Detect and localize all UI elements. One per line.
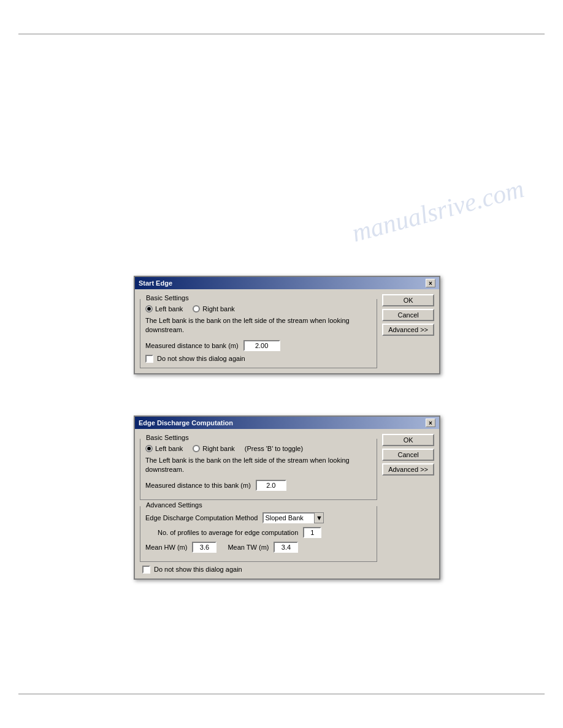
dialog1-checkbox-row: Do not show this dialog again xyxy=(145,355,372,363)
dialog2-radio-right[interactable]: Right bank xyxy=(193,445,235,452)
dialog1-radio-right-circle xyxy=(193,305,200,313)
dialog2-profiles-input[interactable] xyxy=(303,527,321,538)
page-container: manualsrive.com Start Edge × Basic Setti… xyxy=(0,0,563,728)
dialog1-distance-row: Measured distance to bank (m) xyxy=(145,340,372,351)
dialog2-cancel-button[interactable]: Cancel xyxy=(382,449,434,461)
dialog2-description: The Left bank is the bank on the left si… xyxy=(145,456,372,475)
top-rule xyxy=(18,34,545,34)
dialog2-basic-settings-label: Basic Settings xyxy=(144,434,191,441)
dialog1-checkbox-label: Do not show this dialog again xyxy=(157,355,245,362)
dialog1-description: The Left bank is the bank on the left si… xyxy=(145,316,372,335)
dialog2-radio-left[interactable]: Left bank xyxy=(145,445,183,452)
dialog1-checkbox[interactable] xyxy=(145,355,153,363)
dialog2-distance-input[interactable] xyxy=(256,480,286,491)
dialog2-radio-right-label: Right bank xyxy=(202,445,235,452)
dialog2-method-select[interactable]: Sloped Bank xyxy=(262,512,324,523)
dialog1-radio-left[interactable]: Left bank xyxy=(145,305,183,313)
dialog2-basic-settings-group: Basic Settings Left bank Right bank (Pre… xyxy=(140,439,377,500)
dialog2-left-panel: Basic Settings Left bank Right bank (Pre… xyxy=(140,434,377,574)
dialog2-method-label: Edge Discharge Computation Method xyxy=(145,514,258,521)
dialog2-profiles-label: No. of profiles to average for edge comp… xyxy=(158,529,298,536)
dialog-edge-discharge: Edge Discharge Computation × Basic Setti… xyxy=(134,415,440,580)
dialog2-mean-hw-input[interactable] xyxy=(192,542,216,553)
dialog1-close-button[interactable]: × xyxy=(426,279,435,287)
dialog2-titlebar: Edge Discharge Computation × xyxy=(135,417,439,429)
dialog2-checkbox-label: Do not show this dialog again xyxy=(154,566,242,573)
dialog2-distance-row: Measured distance to this bank (m) xyxy=(145,480,372,491)
dialog2-radio-right-circle xyxy=(193,445,200,452)
dialog1-basic-settings-label: Basic Settings xyxy=(144,294,191,301)
dialog1-radio-row: Left bank Right bank xyxy=(145,305,372,313)
dialog2-profiles-row: No. of profiles to average for edge comp… xyxy=(145,527,372,538)
dialog2-advanced-settings-label: Advanced Settings xyxy=(144,501,204,509)
dialog2-close-button[interactable]: × xyxy=(426,419,435,427)
dialog2-mean-hw-label: Mean HW (m) xyxy=(145,544,187,551)
dialog2-radio-left-label: Left bank xyxy=(155,445,183,452)
dialog-start-edge: Start Edge × Basic Settings Left bank xyxy=(134,276,440,374)
dialog2-advanced-button[interactable]: Advanced >> xyxy=(382,463,434,476)
dialog1-distance-input[interactable] xyxy=(243,340,280,351)
dialog1-title: Start Edge xyxy=(139,279,172,287)
dialog2-radio-left-circle xyxy=(145,445,153,452)
dialog1-left-panel: Basic Settings Left bank Right bank xyxy=(140,294,377,368)
dialog2-checkbox[interactable] xyxy=(142,566,150,574)
dialog2-method-select-wrapper: Sloped Bank ▼ xyxy=(262,512,324,523)
dialog2-method-row: Edge Discharge Computation Method Sloped… xyxy=(145,512,372,523)
dialog2-means-row: Mean HW (m) Mean TW (m) xyxy=(145,542,372,553)
dialog1-advanced-button[interactable]: Advanced >> xyxy=(382,324,434,336)
dialog1-cancel-button[interactable]: Cancel xyxy=(382,309,434,321)
dialog2-radio-row: Left bank Right bank (Press 'B' to toggl… xyxy=(145,445,372,452)
dialog1-body: Basic Settings Left bank Right bank xyxy=(135,289,439,373)
dialog1-radio-left-label: Left bank xyxy=(155,305,183,313)
dialog2-mean-tw-label: Mean TW (m) xyxy=(228,544,269,551)
dialog1-radio-left-circle xyxy=(145,305,153,313)
watermark: manualsrive.com xyxy=(349,174,527,248)
dialog1-ok-button[interactable]: OK xyxy=(382,294,434,306)
dialog2-title: Edge Discharge Computation xyxy=(139,419,233,427)
dialog2-press-b-label: (Press 'B' to toggle) xyxy=(245,445,303,452)
dialog2-body: Basic Settings Left bank Right bank (Pre… xyxy=(135,429,439,578)
dialog1-distance-label: Measured distance to bank (m) xyxy=(145,342,239,349)
dialog2-distance-label: Measured distance to this bank (m) xyxy=(145,482,251,489)
dialog2-right-panel: OK Cancel Advanced >> xyxy=(382,434,434,574)
dialog2-checkbox-row: Do not show this dialog again xyxy=(140,566,377,574)
bottom-rule xyxy=(18,694,545,694)
dialog2-advanced-settings-group: Advanced Settings Edge Discharge Computa… xyxy=(140,506,377,562)
dialog2-ok-button[interactable]: OK xyxy=(382,434,434,446)
dialog1-right-panel: OK Cancel Advanced >> xyxy=(382,294,434,368)
dialog1-titlebar: Start Edge × xyxy=(135,277,439,289)
dialog1-radio-right[interactable]: Right bank xyxy=(193,305,235,313)
dialog1-radio-right-label: Right bank xyxy=(202,305,235,313)
dialog2-mean-tw-input[interactable] xyxy=(274,542,298,553)
dialog1-basic-settings-group: Basic Settings Left bank Right bank xyxy=(140,299,377,368)
